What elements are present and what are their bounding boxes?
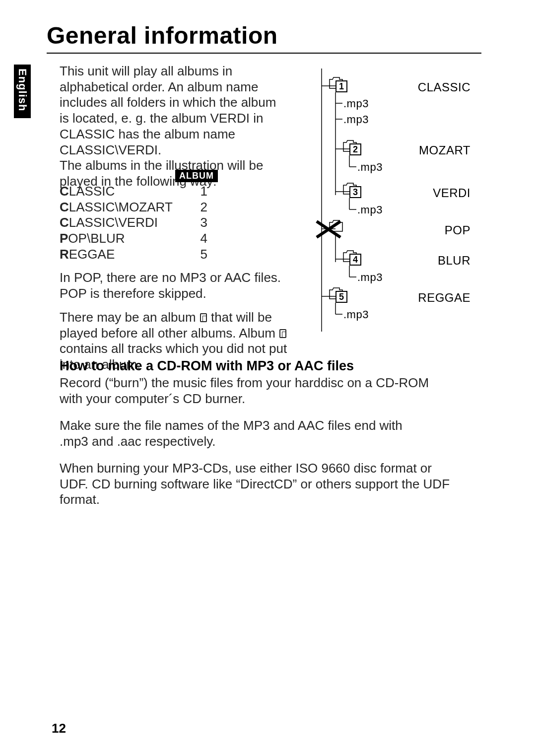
table-row: POP\BLUR 4 bbox=[60, 231, 218, 247]
howto-paragraph-3: When burning your MP3-CDs, use either IS… bbox=[60, 461, 452, 508]
howto-paragraph-2: Make sure the file names of the MP3 and … bbox=[60, 418, 432, 449]
folder-label-pop: POP bbox=[445, 223, 470, 237]
folder-tree-diagram: 1 CLASSIC .mp3 .mp3 2 MOZART .mp3 3 VERD… bbox=[302, 64, 480, 342]
table-row: CLASSIC\VERDI 3 bbox=[60, 215, 218, 231]
folder-badge-5: 5 bbox=[335, 291, 347, 303]
folder-badge-2: 2 bbox=[349, 143, 361, 155]
table-row: CLASSIC\MOZART 2 bbox=[60, 200, 218, 215]
language-tab: English bbox=[14, 65, 31, 118]
folder-badge-1: 1 bbox=[335, 80, 347, 92]
folder-label-verdi: VERDI bbox=[433, 186, 470, 200]
page-number: 12 bbox=[52, 721, 66, 736]
mp3-label: .mp3 bbox=[343, 97, 369, 110]
folder-badge-4: 4 bbox=[349, 254, 361, 266]
mp3-label: .mp3 bbox=[343, 113, 369, 126]
table-row: REGGAE 5 bbox=[60, 247, 218, 263]
mp3-label: .mp3 bbox=[357, 204, 383, 216]
mp3-label: .mp3 bbox=[343, 308, 369, 321]
mp3-label: .mp3 bbox=[357, 271, 383, 284]
page-title: General information bbox=[47, 22, 278, 49]
howto-heading: How to make a CD-ROM with MP3 or AAC fil… bbox=[60, 358, 354, 374]
intro-paragraph: This unit will play all albums in alphab… bbox=[60, 64, 288, 190]
album-zero-icon bbox=[279, 329, 286, 338]
folder-label-reggae: REGGAE bbox=[418, 291, 470, 305]
album-table-header: ALBUM bbox=[175, 170, 218, 182]
howto-paragraph-1: Record (“burn”) the music files from you… bbox=[60, 375, 432, 407]
title-rule bbox=[47, 53, 481, 54]
folder-badge-3: 3 bbox=[349, 186, 361, 198]
album-table: CLASSIC 1 CLASSIC\MOZART 2 CLASSIC\VERDI… bbox=[60, 184, 218, 263]
folder-label-mozart: MOZART bbox=[419, 143, 470, 157]
mp3-label: .mp3 bbox=[357, 161, 383, 174]
table-row: CLASSIC 1 bbox=[60, 184, 218, 200]
album-zero-icon bbox=[200, 313, 207, 322]
folder-label-blur: BLUR bbox=[438, 254, 470, 268]
pop-note: In POP, there are no MP3 or AAC files. P… bbox=[60, 270, 288, 301]
folder-label-classic: CLASSIC bbox=[418, 80, 470, 94]
